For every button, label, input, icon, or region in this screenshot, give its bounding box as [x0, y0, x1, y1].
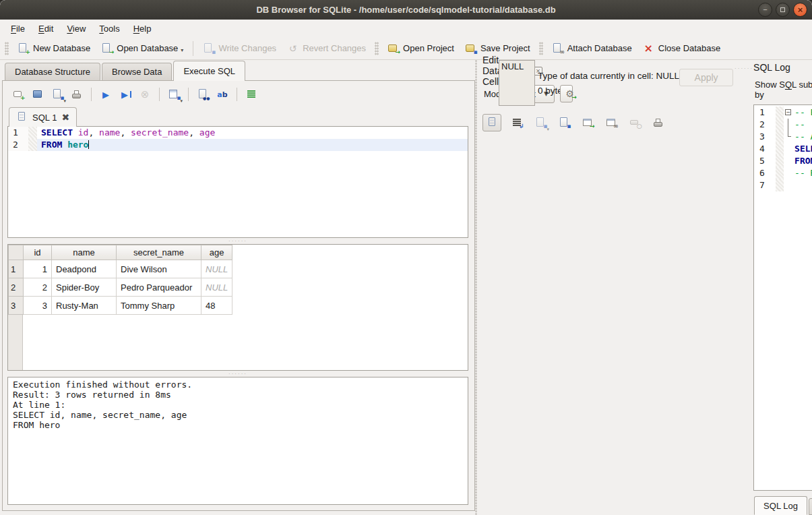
tab-execute-sql[interactable]: Execute SQL: [173, 61, 245, 81]
message-line: Execution finished without errors.: [13, 380, 463, 390]
cell[interactable]: NULL: [201, 278, 232, 297]
find-and-replace-button[interactable]: ab: [214, 86, 230, 102]
close-database-button[interactable]: ×Close Database: [637, 40, 726, 57]
print-cell-button[interactable]: [650, 115, 666, 131]
code-text: SELECT id, name, secret_name, age: [37, 127, 468, 139]
word-wrap-button[interactable]: ↲: [509, 115, 525, 131]
open-project-button[interactable]: →Open Project: [382, 40, 460, 57]
fold-margin: [28, 139, 37, 151]
row-header[interactable]: 1: [9, 260, 24, 278]
tab-sql-log[interactable]: SQL Log: [754, 496, 807, 515]
sql-editor[interactable]: 1SELECT id, name, secret_name, age2FROM …: [7, 126, 468, 238]
export-to-file-button[interactable]: →: [580, 115, 596, 131]
column-header-age[interactable]: age: [201, 245, 232, 260]
open-database-button[interactable]: →Open Database▾: [96, 40, 189, 57]
word-wrap-icon: ↲: [511, 117, 523, 128]
line-number: 7: [754, 179, 776, 191]
find-text-button[interactable]: ●●: [195, 86, 211, 102]
row-header[interactable]: 3: [9, 297, 24, 315]
dropdown-caret-icon[interactable]: ▾: [63, 98, 66, 104]
open-in-external-app-icon: ∞: [606, 117, 617, 128]
row-header[interactable]: 2: [9, 278, 24, 297]
text-mode-button[interactable]: [482, 114, 501, 131]
close-tab-icon[interactable]: ✖: [61, 113, 69, 122]
sql-log-view[interactable]: 1−-- EXECUTING ALL IN 'SQL 1'2--3-- At l…: [753, 104, 812, 491]
dock-splitter[interactable]: ······: [735, 65, 753, 71]
cell[interactable]: 2: [24, 278, 52, 297]
apply-button[interactable]: Apply: [679, 69, 733, 86]
tab-database-structure[interactable]: Database Structure: [5, 63, 100, 80]
text-mode-icon: [487, 117, 498, 128]
write-changes-icon: ▪: [203, 43, 214, 54]
close-button-icon[interactable]: ×: [793, 3, 807, 17]
cell[interactable]: Rusty-Man: [52, 297, 117, 315]
save-project-button[interactable]: ▪Save Project: [460, 40, 536, 57]
menu-help[interactable]: Help: [127, 22, 158, 36]
log-line: 5FROM hero: [754, 155, 812, 167]
format-sql-button[interactable]: [243, 86, 259, 102]
message-line: At line 1:: [13, 400, 463, 410]
results-table: idnamesecret_nameage11DeadpondDive Wilso…: [8, 245, 232, 315]
open-in-external-app-button[interactable]: ∞: [603, 115, 619, 131]
line-number: 6: [754, 167, 776, 179]
import-from-file-button[interactable]: ▪: [556, 115, 572, 131]
menu-edit[interactable]: Edit: [32, 22, 60, 36]
dropdown-caret-icon[interactable]: ▾: [546, 127, 549, 132]
cell[interactable]: Tommy Sharp: [117, 297, 201, 315]
editor-results-splitter[interactable]: ······: [7, 238, 468, 244]
print-cell-icon: [653, 117, 664, 128]
execute-all-button[interactable]: ▶: [98, 86, 114, 102]
menu-tools[interactable]: Tools: [92, 22, 126, 36]
sql-file-tab-label: SQL 1: [32, 113, 57, 123]
toolbar-button-label: Revert Changes: [303, 43, 366, 53]
cell[interactable]: Deadpond: [52, 260, 117, 278]
cell[interactable]: Pedro Parqueador: [117, 278, 201, 297]
fold-margin: [776, 119, 784, 131]
tab-plot[interactable]: Plot: [809, 498, 812, 515]
cell[interactable]: Spider-Boy: [52, 278, 117, 297]
execute-current-line-button[interactable]: ▶: [117, 86, 133, 102]
cell[interactable]: 3: [24, 297, 52, 315]
results-message-splitter[interactable]: ······: [7, 371, 468, 377]
column-header-name[interactable]: name: [52, 245, 117, 260]
titlebar[interactable]: DB Browser for SQLite - /home/user/code/…: [0, 0, 812, 20]
code-text: FROM hero: [794, 155, 812, 167]
collapse-icon[interactable]: −: [785, 109, 791, 115]
menu-view[interactable]: View: [60, 22, 92, 36]
new-database-button[interactable]: +New Database: [12, 40, 96, 57]
maximize-button-icon[interactable]: [776, 3, 790, 17]
new-sql-tab-button[interactable]: +: [10, 86, 26, 102]
cell[interactable]: 1: [24, 260, 52, 278]
minimize-button-icon[interactable]: −: [758, 3, 772, 17]
cell-settings-button[interactable]: ⚙→: [560, 85, 573, 102]
cell[interactable]: NULL: [201, 260, 232, 278]
cell[interactable]: 48: [201, 297, 232, 315]
new-database-icon: +: [18, 43, 29, 54]
save-sql-file-icon: ▪: [52, 89, 63, 100]
column-header-secret_name[interactable]: secret_name: [117, 245, 201, 260]
code-text: -- Result: 3 rows returned in 8ms: [794, 167, 812, 179]
open-sql-file-button[interactable]: [30, 86, 46, 102]
text-cursor: [88, 140, 89, 149]
sql-log-dock: SQL Log × Show SQL submitted by User ▼ C…: [753, 60, 812, 515]
table-row: 33Rusty-ManTommy Sharp48: [9, 297, 232, 315]
cell[interactable]: Dive Wilson: [117, 260, 201, 278]
set-as-null-icon: ○: [629, 117, 641, 128]
print-sql-button[interactable]: [69, 86, 85, 102]
dropdown-caret-icon[interactable]: ▾: [180, 98, 183, 104]
dropdown-caret-icon[interactable]: ▾: [181, 47, 183, 53]
column-header-id[interactable]: id: [24, 245, 52, 260]
save-results-view-button[interactable]: ▪▾: [166, 86, 182, 102]
stop-execution-icon: ⊗: [139, 89, 151, 100]
tab-sql-1[interactable]: SQL 1 ✖: [9, 107, 77, 127]
tab-browse-data[interactable]: Browse Data: [102, 63, 172, 80]
menu-file[interactable]: File: [4, 22, 32, 36]
toolbar-handle: [375, 42, 379, 55]
cell-editor[interactable]: NULL: [499, 60, 535, 106]
right-pane: Edit Database Cell × Mode: Text ▼ ⚙→ ↲▪▾…: [477, 60, 489, 515]
open-project-icon: →: [387, 43, 399, 54]
save-sql-file-button[interactable]: ▪▾: [49, 86, 65, 102]
attach-database-button[interactable]: ∞Attach Database: [546, 40, 637, 57]
code-text: FROM hero: [37, 139, 468, 151]
fold-margin: [776, 107, 784, 119]
